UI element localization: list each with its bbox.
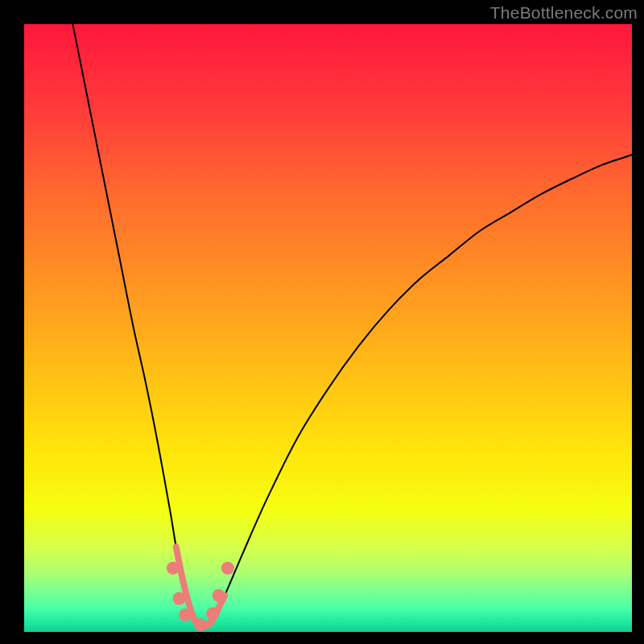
marker-dot [221, 562, 234, 575]
watermark-text: TheBottleneck.com [490, 3, 638, 23]
chart-svg [24, 24, 632, 632]
bottleneck-curve [72, 24, 632, 626]
highlight-markers [167, 562, 234, 631]
marker-dot [179, 609, 192, 621]
marker-dot [173, 592, 186, 605]
marker-dot [213, 589, 225, 602]
marker-dot [167, 562, 180, 575]
marker-dot [206, 607, 219, 620]
plot-area [24, 24, 632, 632]
outer-frame: TheBottleneck.com [0, 0, 644, 644]
marker-dot [194, 618, 207, 631]
